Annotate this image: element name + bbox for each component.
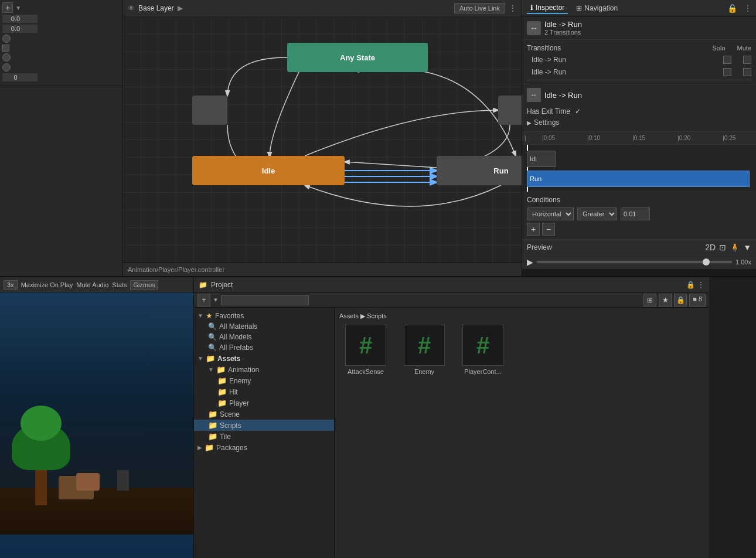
pixel-scene bbox=[0, 292, 193, 558]
asset-playercont[interactable]: # PlayerCont... bbox=[457, 325, 509, 375]
character bbox=[117, 470, 129, 491]
mark-2: |0:10 bbox=[587, 135, 600, 141]
tree-tile[interactable]: 📁 Tile bbox=[194, 431, 334, 442]
transition-detail: ↔ Idle -> Run Has Exit Time ✓ ▶ Settings bbox=[522, 84, 756, 132]
maximize-on-play-button[interactable]: Maximize On Play bbox=[21, 281, 73, 288]
project-lock-button[interactable]: 🔒 bbox=[686, 281, 695, 289]
condition-param-dropdown[interactable]: Horizontal bbox=[527, 207, 574, 220]
playercont-label: PlayerCont... bbox=[464, 368, 502, 375]
project-add-arrow[interactable]: ▼ bbox=[213, 297, 219, 303]
project-add-button[interactable]: + bbox=[197, 294, 210, 307]
tree-favorites-header[interactable]: ▼ ★ Favorites bbox=[194, 310, 334, 321]
tree-all-prefabs[interactable]: 🔍 All Prefabs bbox=[194, 342, 334, 353]
inspector-menu-button[interactable]: ⋮ bbox=[744, 4, 751, 12]
param-toggle-4[interactable] bbox=[2, 63, 11, 72]
asset-attacksense[interactable]: # AttackSense bbox=[339, 325, 392, 375]
preview-avatar-button[interactable]: 🧍 bbox=[730, 243, 740, 252]
inspector-lock-button[interactable]: 🔒 bbox=[727, 4, 737, 13]
project-menu-button[interactable]: ⋮ bbox=[697, 281, 704, 289]
mute-checkbox-2[interactable] bbox=[743, 68, 751, 76]
has-exit-checkbox[interactable]: ✓ bbox=[575, 107, 581, 115]
project-search-input[interactable] bbox=[221, 295, 309, 305]
param-toggle-1[interactable] bbox=[2, 35, 11, 43]
condition-add-button[interactable]: + bbox=[527, 223, 540, 236]
solo-checkbox-2[interactable] bbox=[723, 68, 731, 76]
tree-packages[interactable]: ▶ 📁 Packages bbox=[194, 442, 334, 453]
solo-checkbox-1[interactable] bbox=[723, 56, 731, 64]
transition-count: 2 Transitions bbox=[544, 29, 582, 36]
transition-row-2[interactable]: Idle -> Run bbox=[522, 66, 756, 79]
tree-assets[interactable]: ▼ 📁 Assets bbox=[194, 353, 334, 364]
ruler-marks: |0:05 |0:10 |0:15 |0:20 |0:25 bbox=[542, 135, 735, 141]
favorites-arrow: ▼ bbox=[197, 312, 203, 319]
state-run[interactable]: Run bbox=[437, 156, 522, 185]
tree-scripts[interactable]: 📁 Scripts bbox=[194, 420, 334, 431]
tree-scene[interactable]: 📁 Scene bbox=[194, 409, 334, 420]
animation-arrow: ▼ bbox=[208, 366, 214, 373]
mark-3: |0:15 bbox=[632, 135, 645, 141]
search-icon-materials: 🔍 bbox=[208, 322, 217, 331]
settings-row[interactable]: ▶ Settings bbox=[527, 117, 751, 128]
tree-all-models[interactable]: 🔍 All Models bbox=[194, 332, 334, 342]
player-folder-icon: 📁 bbox=[217, 399, 227, 407]
animator-menu-button[interactable]: ⋮ bbox=[509, 4, 517, 13]
state-box1[interactable] bbox=[192, 96, 227, 125]
inspector-header: ℹ Inspector ⊞ Navigation 🔒 ⋮ bbox=[522, 0, 756, 16]
tab-inspector[interactable]: ℹ Inspector bbox=[527, 2, 568, 14]
project-view-button[interactable]: ⊞ bbox=[643, 294, 656, 307]
condition-comparator-dropdown[interactable]: Greater bbox=[577, 207, 617, 220]
mute-checkbox-1[interactable] bbox=[743, 56, 751, 64]
condition-remove-button[interactable]: − bbox=[542, 223, 555, 236]
auto-live-button[interactable]: Auto Live Link bbox=[454, 3, 505, 13]
enemy-folder-icon: 📁 bbox=[217, 376, 227, 385]
condition-value-input[interactable] bbox=[621, 207, 650, 220]
mute-audio-button[interactable]: Mute Audio bbox=[76, 281, 108, 288]
enemy-label: Enemy bbox=[414, 368, 434, 375]
preview-slider[interactable] bbox=[537, 261, 732, 263]
preview-camera-button[interactable]: ⊡ bbox=[719, 243, 726, 252]
project-title: Project bbox=[211, 281, 233, 289]
project-lock2-button[interactable]: 🔒 bbox=[674, 294, 687, 307]
param-toggle-2[interactable] bbox=[2, 45, 9, 52]
conditions-title: Conditions bbox=[527, 196, 751, 204]
tab-navigation[interactable]: ⊞ Navigation bbox=[573, 3, 621, 13]
preview-settings-button[interactable]: ▼ bbox=[743, 243, 751, 252]
transition-detail-icon: ↔ bbox=[527, 88, 541, 102]
rock-2 bbox=[76, 473, 100, 491]
tree-animation[interactable]: ▼ 📁 Animation bbox=[194, 364, 334, 375]
transition-row-1[interactable]: Idle -> Run bbox=[522, 54, 756, 66]
asset-enemy[interactable]: # Enemy bbox=[398, 325, 451, 375]
hit-folder-icon: 📁 bbox=[217, 387, 227, 396]
transition-header-row: ↔ Idle -> Run 2 Transitions bbox=[522, 16, 756, 40]
assets-arrow: ▼ bbox=[197, 355, 203, 362]
condition-buttons: + − bbox=[527, 223, 751, 236]
tree-player[interactable]: 📁 Player bbox=[194, 397, 334, 409]
gizmos-dropdown[interactable]: Gizmos bbox=[130, 280, 158, 290]
param-toggle-3[interactable] bbox=[2, 53, 11, 62]
tree-all-materials[interactable]: 🔍 All Materials bbox=[194, 321, 334, 332]
project-panel: 📁 Project 🔒 ⋮ + ▼ ⊞ ★ 🔒 ■ 8 bbox=[193, 277, 709, 558]
param-value-3[interactable] bbox=[2, 73, 38, 81]
preview-zoom: 1.00x bbox=[735, 258, 751, 266]
state-heavy-attack[interactable]: HeavyAtta... bbox=[498, 96, 522, 125]
tree-enemy[interactable]: 📁 Enemy bbox=[194, 375, 334, 386]
timeline-section: | |0:05 |0:10 |0:15 |0:20 |0:25 Idl bbox=[522, 132, 756, 192]
param-value-2[interactable] bbox=[2, 25, 38, 33]
state-any-state[interactable]: Any State bbox=[287, 43, 428, 72]
timeline-body[interactable]: Idl Run bbox=[522, 145, 756, 192]
state-idle[interactable]: Idle bbox=[192, 156, 345, 185]
conditions-section: Conditions Horizontal Greater + − bbox=[522, 192, 756, 240]
project-toolbar-right: ⊞ ★ 🔒 ■ 8 bbox=[643, 294, 706, 307]
param-value-1[interactable] bbox=[2, 15, 38, 23]
transition-detail-name: Idle -> Run bbox=[544, 91, 582, 100]
add-parameter-button[interactable]: + bbox=[2, 2, 13, 13]
mark-4: |0:20 bbox=[677, 135, 690, 141]
scale-label[interactable]: 3x bbox=[4, 280, 18, 290]
preview-play-button[interactable]: ▶ bbox=[527, 257, 533, 267]
tree-hit[interactable]: 📁 Hit bbox=[194, 386, 334, 397]
project-fav-button[interactable]: ★ bbox=[659, 294, 672, 307]
preview-2d-button[interactable]: 2D bbox=[705, 243, 716, 252]
stats-button[interactable]: Stats bbox=[112, 281, 127, 288]
animator-graph[interactable]: Any State HeavyAtta... Idle Run bbox=[123, 16, 522, 262]
tile-folder-icon: 📁 bbox=[208, 432, 217, 441]
